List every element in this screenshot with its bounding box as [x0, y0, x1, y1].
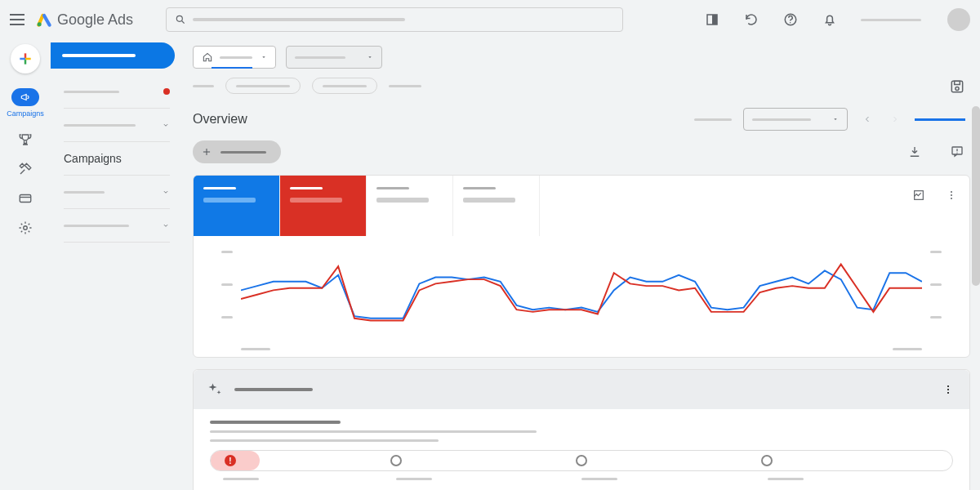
alert-dot-icon — [163, 88, 170, 95]
rail-campaigns[interactable]: Campaigns — [6, 88, 45, 118]
performance-chart-card — [193, 175, 970, 358]
metric-tab[interactable] — [194, 176, 280, 236]
chevron-down-icon — [162, 188, 170, 196]
account-selector[interactable] — [51, 42, 175, 69]
rail-goals[interactable] — [6, 132, 45, 147]
feedback-icon[interactable] — [949, 144, 965, 160]
svg-point-28 — [947, 392, 949, 394]
sidebar-item[interactable] — [64, 180, 170, 203]
plus-icon — [201, 146, 212, 158]
svg-point-25 — [951, 198, 952, 199]
page-title: Overview — [193, 112, 247, 127]
product-logo: Google Ads — [36, 11, 133, 29]
breadcrumb — [180, 75, 980, 96]
user-avatar[interactable] — [947, 8, 970, 31]
filter-dropdown[interactable] — [286, 46, 382, 69]
help-icon[interactable] — [782, 11, 799, 28]
scrollbar[interactable] — [972, 39, 980, 490]
more-menu-icon[interactable] — [940, 381, 956, 398]
caret-down-icon — [261, 54, 267, 60]
more-menu-icon[interactable] — [943, 187, 960, 203]
megaphone-icon — [20, 91, 31, 103]
svg-rect-4 — [712, 15, 717, 24]
rail-admin[interactable] — [6, 220, 45, 235]
setup-progress: ! — [210, 450, 953, 471]
filter-chip[interactable] — [225, 78, 301, 94]
hamburger-menu-icon[interactable] — [10, 14, 24, 25]
svg-point-24 — [951, 194, 952, 196]
svg-point-16 — [956, 87, 959, 90]
google-ads-logo-icon — [36, 11, 52, 28]
expand-chart-icon[interactable] — [911, 187, 927, 203]
svg-point-0 — [38, 22, 42, 26]
next-period-button[interactable] — [887, 108, 903, 131]
notifications-icon[interactable] — [822, 11, 838, 28]
sparkle-icon — [207, 381, 223, 398]
metric-tab[interactable] — [280, 176, 367, 236]
tools-icon — [18, 162, 33, 176]
prev-period-button[interactable] — [859, 108, 875, 131]
svg-point-6 — [790, 22, 791, 24]
filter-chip[interactable] — [312, 78, 377, 94]
chevron-left-icon — [862, 114, 872, 124]
progress-step[interactable] — [576, 455, 587, 466]
save-icon[interactable] — [949, 78, 965, 95]
sidebar-item[interactable] — [64, 214, 170, 237]
appearance-icon[interactable] — [704, 11, 720, 28]
scope-dropdown[interactable] — [193, 46, 276, 69]
chevron-right-icon — [890, 114, 900, 124]
add-metric-button[interactable] — [193, 140, 281, 163]
insights-card: ! — [193, 369, 970, 490]
refresh-icon[interactable] — [743, 11, 760, 28]
sidebar-campaigns-heading: Campaigns — [64, 147, 170, 170]
metric-tab[interactable] — [453, 176, 540, 236]
svg-point-26 — [947, 385, 949, 387]
svg-point-23 — [951, 191, 952, 193]
product-name: Google Ads — [57, 11, 133, 29]
chevron-down-icon — [162, 121, 170, 129]
svg-point-21 — [956, 153, 957, 154]
svg-point-1 — [176, 16, 182, 21]
create-button[interactable] — [11, 44, 40, 74]
svg-rect-11 — [20, 195, 31, 203]
metric-tab[interactable] — [367, 176, 453, 236]
sidebar-item[interactable] — [64, 80, 170, 103]
caret-down-icon — [367, 54, 373, 60]
home-icon — [202, 51, 213, 63]
progress-step[interactable] — [761, 455, 773, 466]
caret-down-icon — [832, 116, 839, 122]
svg-point-13 — [24, 226, 28, 230]
download-icon[interactable] — [906, 144, 923, 160]
progress-step-current[interactable]: ! — [225, 455, 236, 466]
search-icon — [175, 14, 186, 25]
date-range-dropdown[interactable] — [743, 108, 848, 131]
plus-multicolor-icon — [17, 51, 33, 67]
chevron-down-icon — [162, 221, 170, 229]
svg-line-2 — [182, 21, 185, 24]
svg-point-27 — [947, 389, 949, 390]
search-input[interactable] — [166, 7, 623, 32]
gear-icon — [18, 220, 33, 235]
line-chart — [221, 244, 942, 350]
sidebar-item[interactable] — [64, 114, 170, 136]
rail-billing[interactable] — [6, 191, 45, 206]
progress-step[interactable] — [390, 455, 402, 466]
card-icon — [18, 191, 33, 206]
svg-rect-15 — [955, 81, 960, 84]
rail-tools[interactable] — [6, 162, 45, 176]
trophy-icon — [18, 132, 33, 147]
